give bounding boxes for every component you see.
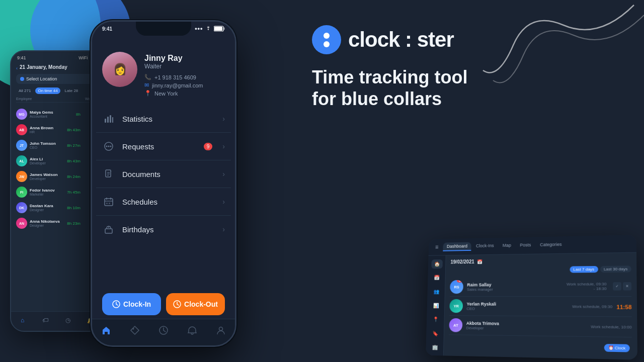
emp-info: Anna Nikolaeva Designer <box>30 219 63 227</box>
profile-avatar: 👩 <box>102 52 137 87</box>
schedule-text-2: Work schedule, 09:30 <box>572 304 612 309</box>
filter-tab-late[interactable]: Late 28 <box>62 87 81 94</box>
dash-sidebar-company[interactable]: 🏢 <box>429 343 440 352</box>
list-item: JW James Watson Developer 8h 24m 08:5809… <box>15 169 98 185</box>
tagline-line2: for blue collars <box>312 88 442 109</box>
map-pin-icon: 📍 <box>144 90 151 97</box>
dash-filter-30days[interactable]: Last 30 days <box>600 265 631 273</box>
front-nav-tag[interactable] <box>129 324 141 336</box>
dash-sidebar-employees[interactable]: 👥 <box>430 287 442 296</box>
menu-item-documents[interactable]: Documents › <box>96 160 231 188</box>
phone-icon: 📞 <box>144 74 151 80</box>
dash-sidebar-requests[interactable]: 🔖 <box>429 329 441 338</box>
action-icons-1: ✓ ✕ <box>613 282 631 291</box>
emp-name: Maiya Gems <box>30 110 63 115</box>
dash-sidebar-home[interactable]: 🏠 <box>431 259 443 268</box>
filter-tab-ontime[interactable]: On time 44 <box>35 87 60 94</box>
avatar: AN <box>16 218 27 229</box>
emp-role: Designer <box>30 224 63 227</box>
emp-hours: 8h <box>65 112 80 117</box>
clock-badge[interactable]: ⏰ Clock <box>604 344 629 352</box>
clock-in-button[interactable]: Clock-In <box>102 293 161 315</box>
clock-out-button[interactable]: Clock-Out <box>166 293 225 315</box>
dash-sidebar-reports[interactable]: 📊 <box>430 301 442 310</box>
back-phone-header: ‹ 21 January, Monday Select Location › A… <box>11 62 102 107</box>
nav-tag-icon[interactable]: 🏷 <box>41 316 50 325</box>
action-icon[interactable]: ✕ <box>623 282 631 291</box>
list-item: MG Maiya Gems Accountant 8h 08:4406:00 <box>15 107 98 122</box>
menu-item-birthdays[interactable]: Birthdays › <box>96 216 231 243</box>
dash-time-2: 11:58 <box>616 302 631 311</box>
dash-emp-schedule-1: Work schedule, 09:30 - 18:30 <box>567 282 607 291</box>
logo-dot-bottom <box>324 41 330 47</box>
emp-role: Marketer <box>30 193 63 196</box>
profile-email: jinny.ray@gmail.com <box>152 82 203 88</box>
emp-hours: 7h 45m <box>65 190 80 195</box>
back-phone-time: 9:41 <box>17 55 26 60</box>
email-icon: ✉ <box>144 82 149 88</box>
svg-rect-20 <box>109 203 110 204</box>
emp-hours: 8h 43m <box>65 159 80 163</box>
front-nav-clock[interactable] <box>157 324 170 336</box>
list-item: FI Fedor Ivanov Marketer 7h 45m 10:0009:… <box>15 185 98 200</box>
time-highlight: 11:58 <box>617 304 632 310</box>
front-nav-bell[interactable] <box>186 324 198 336</box>
dash-tabs: Dashboard Clock-Ins Map Posts Categories <box>443 240 566 251</box>
filter-tab-all[interactable]: All 271 <box>16 87 33 94</box>
menu-item-schedules[interactable]: Schedules › <box>96 188 231 216</box>
emp-hours: 8h 23m <box>65 221 80 226</box>
employee-list: MG Maiya Gems Accountant 8h 08:4406:00 A… <box>11 107 102 231</box>
nav-clock-icon[interactable]: ◷ <box>63 316 72 325</box>
front-phone-time: 9:41 <box>102 26 112 32</box>
menu-arrow-schedules: › <box>222 198 225 206</box>
clock-in-label: Clock-In <box>123 300 151 308</box>
clockout-icon <box>173 300 181 308</box>
menu-label-birthdays: Birthdays <box>122 225 215 234</box>
dash-emp-name-1: Raim Sallay <box>467 282 562 287</box>
dash-tab-clockins[interactable]: Clock-Ins <box>472 242 498 251</box>
logo-area: clock : ster <box>312 25 624 54</box>
action-icon[interactable]: ✓ <box>613 282 621 290</box>
dash-emp-name-2: Yerlan Ryskali <box>467 301 568 306</box>
profile-phone-detail: 📞 +1 918 315 4609 <box>144 74 203 80</box>
svg-rect-11 <box>106 170 111 177</box>
menu-label-requests: Requests <box>122 142 197 151</box>
svg-point-23 <box>107 226 108 227</box>
dash-sidebar-map[interactable]: 📍 <box>430 315 441 324</box>
dash-tab-map[interactable]: Map <box>499 241 515 250</box>
dash-tab-categories[interactable]: Categories <box>536 240 566 250</box>
dash-avatar-2: YR <box>449 299 463 313</box>
back-phone: 9:41 ●●● WiFi ▐█ ‹ 21 January, Monday Se… <box>10 50 103 332</box>
dash-tab-posts[interactable]: Posts <box>516 241 535 250</box>
emp-info: Alex Li Developer <box>30 157 63 165</box>
svg-rect-21 <box>105 229 112 233</box>
menu-label-documents: Documents <box>122 170 215 178</box>
menu-item-requests[interactable]: Requests 9 › <box>96 133 231 160</box>
nav-home-icon[interactable]: ⌂ <box>18 316 27 325</box>
dash-sidebar-schedules[interactable]: 📅 <box>431 273 442 282</box>
list-item: AB Anna Brown HR 8h 43m 09:4410:00 <box>15 122 98 138</box>
front-nav-profile[interactable] <box>215 324 227 336</box>
location-dot-icon <box>20 77 24 81</box>
avatar: AL <box>16 155 27 166</box>
emp-info: Anna Brown HR <box>30 126 63 134</box>
avatar: MG <box>16 109 27 120</box>
menu-item-statistics[interactable]: Statistics › <box>96 105 231 133</box>
back-phone-location[interactable]: Select Location › <box>16 74 97 84</box>
svg-point-24 <box>110 226 111 227</box>
list-item: AN Anna Nikolaeva Designer 8h 23m 11:001… <box>15 216 98 231</box>
dash-tab-dashboard[interactable]: Dashboard <box>443 242 471 251</box>
menu-arrow-requests: › <box>222 142 225 150</box>
avatar: JT <box>16 140 27 151</box>
avatar: AB <box>16 124 27 135</box>
svg-point-9 <box>108 146 110 147</box>
logo-dots <box>324 33 330 47</box>
front-nav-home[interactable] <box>100 324 112 336</box>
dash-employee-row-2: YR Yerlan Ryskali CEO Work schedule, 09:… <box>449 297 631 317</box>
dash-filter-7days[interactable]: Last 7 days <box>570 266 598 273</box>
emp-role: Accountant <box>30 115 63 118</box>
birthdays-icon <box>102 223 115 236</box>
menu-label-statistics: Statistics <box>122 115 215 123</box>
dash-emp-info-2: Yerlan Ryskali CEO <box>466 301 568 311</box>
dash-date-calendar-icon[interactable]: 📅 <box>477 259 482 264</box>
